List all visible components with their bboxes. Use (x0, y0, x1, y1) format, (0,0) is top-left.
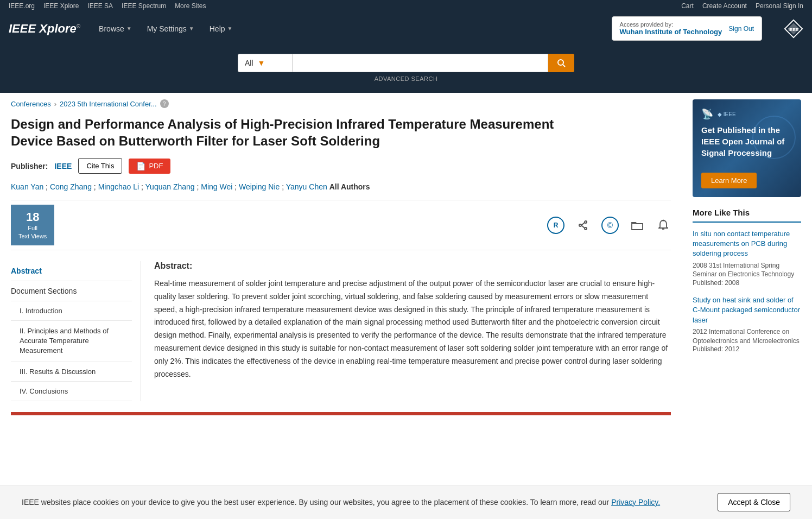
sign-in-link[interactable]: Personal Sign In (756, 2, 803, 10)
search-icon (557, 59, 566, 67)
svg-point-3 (558, 60, 563, 65)
my-settings-nav[interactable]: My Settings ▼ (142, 21, 200, 36)
right-sidebar: 📡 ◆ IEEE Get Published in the IEEE Open … (682, 93, 812, 422)
folder-icon[interactable] (630, 218, 645, 233)
author-5[interactable]: Ming Wei (201, 182, 232, 191)
copyright-icon[interactable]: © (601, 217, 619, 234)
search-area: All ▼ ADVANCED SEARCH (0, 45, 812, 93)
cite-this-button[interactable]: Cite This (78, 158, 122, 174)
main-nav: Browse ▼ My Settings ▼ Help ▼ (93, 21, 238, 36)
author-7[interactable]: Yanyu Chen (286, 182, 327, 191)
sidebar-item-principles[interactable]: II. Principles and Methods of Accurate T… (11, 321, 132, 362)
search-button[interactable] (548, 54, 574, 72)
author-4[interactable]: Yuquan Zhang (145, 182, 195, 191)
authors-row: Kuan Yan ; Cong Zhang ; Mingchao Li ; Yu… (11, 182, 671, 191)
sidebar-item-conclusions[interactable]: IV. Conclusions (11, 382, 132, 401)
svg-point-6 (585, 227, 587, 230)
advanced-search-link[interactable]: ADVANCED SEARCH (375, 75, 438, 82)
author-3[interactable]: Mingchao Li (98, 182, 139, 191)
breadcrumb-conference[interactable]: 2023 5th International Confer... (60, 100, 157, 108)
svg-point-7 (579, 224, 581, 226)
related-item-2-venue: 2012 International Conference on Optoele… (693, 327, 801, 346)
ieee-sa-link[interactable]: IEEE SA (87, 2, 113, 10)
ad-banner: 📡 ◆ IEEE Get Published in the IEEE Open … (693, 99, 801, 197)
breadcrumb: Conferences › 2023 5th International Con… (11, 99, 671, 108)
action-icons: R © (547, 217, 671, 234)
cart-link[interactable]: Cart (681, 2, 694, 10)
related-item-1-date: Published: 2008 (693, 279, 801, 287)
related-item-1-venue: 2008 31st International Spring Seminar o… (693, 261, 801, 280)
breadcrumb-help-icon[interactable]: ? (160, 99, 169, 108)
help-arrow-icon: ▼ (227, 26, 233, 31)
sign-out-link[interactable]: Sign Out (728, 25, 754, 33)
share-icon[interactable] (575, 218, 591, 233)
metrics-row: 18 FullText Views R © (11, 200, 671, 250)
search-bar: All ▼ (238, 54, 574, 72)
ad-circle-decoration (752, 116, 796, 159)
my-settings-arrow-icon: ▼ (189, 26, 194, 31)
author-1[interactable]: Kuan Yan (11, 182, 43, 191)
red-separator-bar (11, 412, 671, 415)
main-wrapper: Conferences › 2023 5th International Con… (0, 93, 812, 422)
more-like-this: More Like This In situ non contact tempe… (693, 208, 801, 353)
author-6[interactable]: Weiping Nie (239, 182, 280, 191)
related-item-2: Study on heat sink and solder of C-Mount… (693, 295, 801, 353)
ieee-org-link[interactable]: IEEE.org (9, 2, 35, 10)
create-account-link[interactable]: Create Account (702, 2, 747, 10)
r-icon[interactable]: R (547, 217, 564, 234)
svg-line-9 (581, 225, 585, 228)
select-arrow-icon: ▼ (258, 59, 265, 67)
svg-line-4 (563, 65, 565, 67)
all-authors-button[interactable]: All Authors (329, 182, 370, 191)
svg-line-8 (581, 223, 585, 225)
logo: IEEE Xplore® (9, 22, 80, 36)
abstract-text: Real-time measurement of solder joint te… (154, 277, 671, 381)
top-bar-left: IEEE.org IEEE Xplore IEEE SA IEEE Spectr… (9, 2, 206, 10)
publisher-name: IEEE (54, 162, 72, 170)
sidebar-nav: Abstract Document Sections I. Introducti… (11, 261, 141, 401)
access-banner: Access provided by: Wuhan Institute of T… (612, 16, 762, 41)
full-text-views-metric: 18 FullText Views (11, 205, 54, 245)
browse-nav[interactable]: Browse ▼ (93, 21, 137, 36)
header: IEEE Xplore® Browse ▼ My Settings ▼ Help… (0, 12, 812, 45)
related-item-1-title[interactable]: In situ non contact temperature measurem… (693, 229, 801, 259)
svg-point-5 (585, 221, 587, 223)
ieee-brand-logo: IEEE (784, 19, 803, 39)
help-nav[interactable]: Help ▼ (204, 21, 238, 36)
svg-point-12 (663, 219, 664, 221)
ieee-spectrum-link[interactable]: IEEE Spectrum (122, 2, 166, 10)
browse-arrow-icon: ▼ (126, 26, 132, 31)
content-area: Conferences › 2023 5th International Con… (0, 93, 682, 422)
ieee-xplore-link[interactable]: IEEE Xplore (43, 2, 79, 10)
search-input[interactable] (292, 54, 548, 72)
sidebar-item-results[interactable]: III. Results & Discussion (11, 362, 132, 382)
publisher-row: Publisher: IEEE Cite This 📄 PDF (11, 158, 671, 174)
author-2[interactable]: Cong Zhang (50, 182, 92, 191)
content-columns: Abstract Document Sections I. Introducti… (11, 261, 671, 401)
abstract-heading: Abstract: (154, 261, 671, 271)
top-bar-right: Cart Create Account Personal Sign In (681, 2, 803, 10)
related-item-2-date: Published: 2012 (693, 345, 801, 353)
publisher-label: Publisher: (11, 162, 48, 170)
sidebar-item-abstract[interactable]: Abstract (11, 261, 132, 281)
abstract-content: Abstract: Real-time measurement of solde… (154, 261, 671, 401)
related-item-2-title[interactable]: Study on heat sink and solder of C-Mount… (693, 295, 801, 325)
pdf-button[interactable]: 📄 PDF (129, 159, 170, 174)
top-bar: IEEE.org IEEE Xplore IEEE SA IEEE Spectr… (0, 0, 812, 12)
alert-icon[interactable] (656, 218, 671, 233)
sidebar-item-sections[interactable]: Document Sections (11, 281, 132, 301)
search-category-select[interactable]: All ▼ (238, 54, 292, 72)
more-like-this-heading: More Like This (693, 208, 801, 223)
pdf-icon: 📄 (136, 162, 145, 170)
ad-learn-more-button[interactable]: Learn More (701, 173, 757, 188)
related-item-1: In situ non contact temperature measurem… (693, 229, 801, 287)
sidebar-item-intro[interactable]: I. Introduction (11, 301, 132, 321)
svg-text:IEEE: IEEE (789, 27, 799, 31)
paper-title: Design and Performance Analysis of High-… (11, 116, 597, 149)
breadcrumb-conferences[interactable]: Conferences (11, 100, 51, 108)
more-sites-link[interactable]: More Sites (175, 2, 206, 10)
